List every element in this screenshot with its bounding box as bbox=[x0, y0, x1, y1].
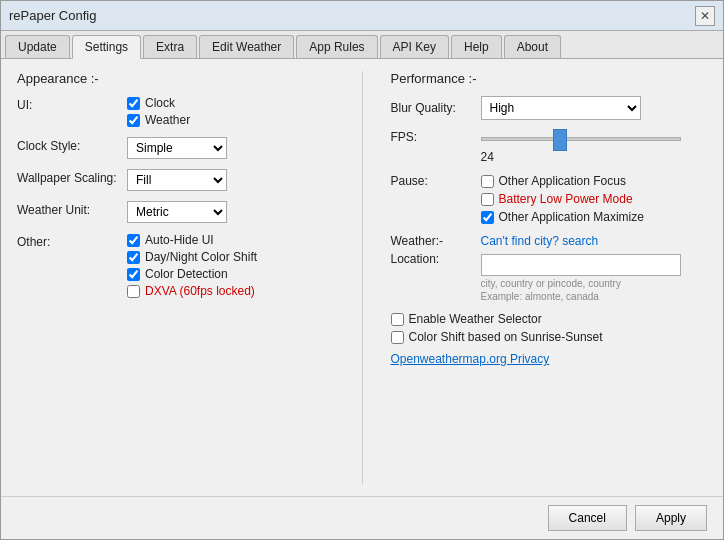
pause-label: Pause: bbox=[391, 174, 481, 188]
location-hint1: city, country or pincode, country bbox=[481, 278, 708, 289]
clock-style-row: Clock Style: Simple Digital Analog bbox=[17, 137, 334, 159]
other-app-maximize-label: Other Application Maximize bbox=[499, 210, 644, 224]
tab-bar: Update Settings Extra Edit Weather App R… bbox=[1, 31, 723, 59]
other-label: Other: bbox=[17, 233, 127, 249]
other-app-focus-checkbox[interactable] bbox=[481, 175, 494, 188]
weather-unit-control: Metric Imperial bbox=[127, 201, 334, 223]
color-shift-checkbox[interactable] bbox=[391, 331, 404, 344]
weather-checkbox-item[interactable]: Weather bbox=[127, 113, 334, 127]
clock-checkbox[interactable] bbox=[127, 97, 140, 110]
weather-checkbox[interactable] bbox=[127, 114, 140, 127]
color-detection-label: Color Detection bbox=[145, 267, 228, 281]
battery-low-power-label: Battery Low Power Mode bbox=[499, 192, 633, 206]
tab-api-key[interactable]: API Key bbox=[380, 35, 449, 58]
location-hint2: Example: almonte, canada bbox=[481, 291, 708, 302]
daynight-label: Day/Night Color Shift bbox=[145, 250, 257, 264]
openweathermap-link[interactable]: Openweathermap.org Privacy bbox=[391, 352, 708, 366]
tab-extra[interactable]: Extra bbox=[143, 35, 197, 58]
dxva-checkbox-item[interactable]: DXVA (60fps locked) bbox=[127, 284, 334, 298]
daynight-checkbox[interactable] bbox=[127, 251, 140, 264]
close-button[interactable]: ✕ bbox=[695, 6, 715, 26]
fps-label: FPS: bbox=[391, 130, 481, 144]
weather-location-row: Weather:- Location: Can't find city? sea… bbox=[391, 234, 708, 302]
title-bar: rePaper Config ✕ bbox=[1, 1, 723, 31]
pause-options: Other Application Focus Battery Low Powe… bbox=[481, 174, 644, 224]
fps-slider[interactable] bbox=[481, 130, 681, 148]
pause-row: Pause: Other Application Focus Battery L… bbox=[391, 174, 708, 224]
weather-section: Weather:- Location: Can't find city? sea… bbox=[391, 234, 708, 366]
tab-about[interactable]: About bbox=[504, 35, 561, 58]
location-input[interactable] bbox=[481, 254, 681, 276]
tab-content: Appearance :- UI: Clock Weather bbox=[1, 59, 723, 539]
clock-label: Clock bbox=[145, 96, 175, 110]
blur-quality-control: Low Medium High Ultra bbox=[481, 96, 708, 120]
other-app-focus-label: Other Application Focus bbox=[499, 174, 626, 188]
weather-unit-select[interactable]: Metric Imperial bbox=[127, 201, 227, 223]
fps-control: 24 bbox=[481, 130, 708, 164]
other-app-focus-item[interactable]: Other Application Focus bbox=[481, 174, 644, 188]
wallpaper-scaling-label: Wallpaper Scaling: bbox=[17, 169, 127, 185]
weather-section-label: Weather:- Location: bbox=[391, 234, 481, 266]
enable-weather-selector-label: Enable Weather Selector bbox=[409, 312, 542, 326]
weather-location-control: Can't find city? search city, country or… bbox=[481, 234, 708, 302]
autohide-checkbox[interactable] bbox=[127, 234, 140, 247]
weather-label: Weather bbox=[145, 113, 190, 127]
autohide-label: Auto-Hide UI bbox=[145, 233, 214, 247]
apply-button[interactable]: Apply bbox=[635, 505, 707, 531]
weather-unit-row: Weather Unit: Metric Imperial bbox=[17, 201, 334, 223]
tab-update[interactable]: Update bbox=[5, 35, 70, 58]
color-detection-checkbox[interactable] bbox=[127, 268, 140, 281]
other-row: Other: Auto-Hide UI Day/Night Color Shif… bbox=[17, 233, 334, 298]
color-shift-item[interactable]: Color Shift based on Sunrise-Sunset bbox=[391, 330, 708, 344]
ui-checkboxes: Clock Weather bbox=[127, 96, 334, 127]
right-panel: Performance :- Blur Quality: Low Medium … bbox=[371, 71, 708, 484]
wallpaper-scaling-row: Wallpaper Scaling: Fill Fit Stretch Cent… bbox=[17, 169, 334, 191]
fps-value: 24 bbox=[481, 150, 708, 164]
tab-edit-weather[interactable]: Edit Weather bbox=[199, 35, 294, 58]
other-checkboxes: Auto-Hide UI Day/Night Color Shift Color… bbox=[127, 233, 334, 298]
ui-row: UI: Clock Weather bbox=[17, 96, 334, 127]
panel-divider bbox=[362, 71, 363, 484]
performance-section-title: Performance :- bbox=[391, 71, 708, 86]
clock-style-label: Clock Style: bbox=[17, 137, 127, 153]
cant-find-city-link[interactable]: Can't find city? search bbox=[481, 234, 708, 248]
weather-unit-label: Weather Unit: bbox=[17, 201, 127, 217]
window-title: rePaper Config bbox=[9, 8, 96, 23]
ui-label: UI: bbox=[17, 96, 127, 112]
daynight-checkbox-item[interactable]: Day/Night Color Shift bbox=[127, 250, 334, 264]
left-panel: Appearance :- UI: Clock Weather bbox=[17, 71, 354, 484]
other-app-maximize-checkbox[interactable] bbox=[481, 211, 494, 224]
other-app-maximize-item[interactable]: Other Application Maximize bbox=[481, 210, 644, 224]
dxva-label: DXVA (60fps locked) bbox=[145, 284, 255, 298]
weather-options: Enable Weather Selector Color Shift base… bbox=[391, 312, 708, 344]
wallpaper-scaling-control: Fill Fit Stretch Center bbox=[127, 169, 334, 191]
footer: Cancel Apply bbox=[1, 496, 723, 539]
blur-quality-row: Blur Quality: Low Medium High Ultra bbox=[391, 96, 708, 120]
tab-settings[interactable]: Settings bbox=[72, 35, 141, 59]
clock-style-select[interactable]: Simple Digital Analog bbox=[127, 137, 227, 159]
enable-weather-selector-item[interactable]: Enable Weather Selector bbox=[391, 312, 708, 326]
cancel-button[interactable]: Cancel bbox=[548, 505, 627, 531]
weather-section-title: Weather:- bbox=[391, 234, 481, 248]
dxva-checkbox[interactable] bbox=[127, 285, 140, 298]
clock-checkbox-item[interactable]: Clock bbox=[127, 96, 334, 110]
tab-help[interactable]: Help bbox=[451, 35, 502, 58]
battery-low-power-checkbox[interactable] bbox=[481, 193, 494, 206]
appearance-section-title: Appearance :- bbox=[17, 71, 334, 86]
enable-weather-selector-checkbox[interactable] bbox=[391, 313, 404, 326]
battery-low-power-item[interactable]: Battery Low Power Mode bbox=[481, 192, 644, 206]
blur-quality-select[interactable]: Low Medium High Ultra bbox=[481, 96, 641, 120]
fps-row: FPS: 24 bbox=[391, 130, 708, 164]
wallpaper-scaling-select[interactable]: Fill Fit Stretch Center bbox=[127, 169, 227, 191]
weather-location-label: Location: bbox=[391, 252, 481, 266]
clock-style-control: Simple Digital Analog bbox=[127, 137, 334, 159]
color-detection-checkbox-item[interactable]: Color Detection bbox=[127, 267, 334, 281]
main-area: Appearance :- UI: Clock Weather bbox=[1, 59, 723, 496]
color-shift-label: Color Shift based on Sunrise-Sunset bbox=[409, 330, 603, 344]
autohide-checkbox-item[interactable]: Auto-Hide UI bbox=[127, 233, 334, 247]
main-window: rePaper Config ✕ Update Settings Extra E… bbox=[0, 0, 724, 540]
blur-quality-label: Blur Quality: bbox=[391, 101, 481, 115]
tab-app-rules[interactable]: App Rules bbox=[296, 35, 377, 58]
